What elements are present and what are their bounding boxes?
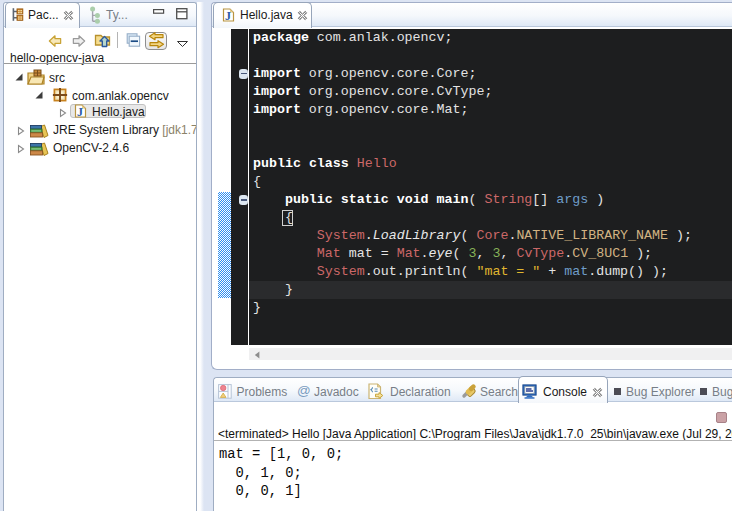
svg-text:J: J (77, 105, 83, 119)
svg-text:J: J (225, 9, 231, 23)
